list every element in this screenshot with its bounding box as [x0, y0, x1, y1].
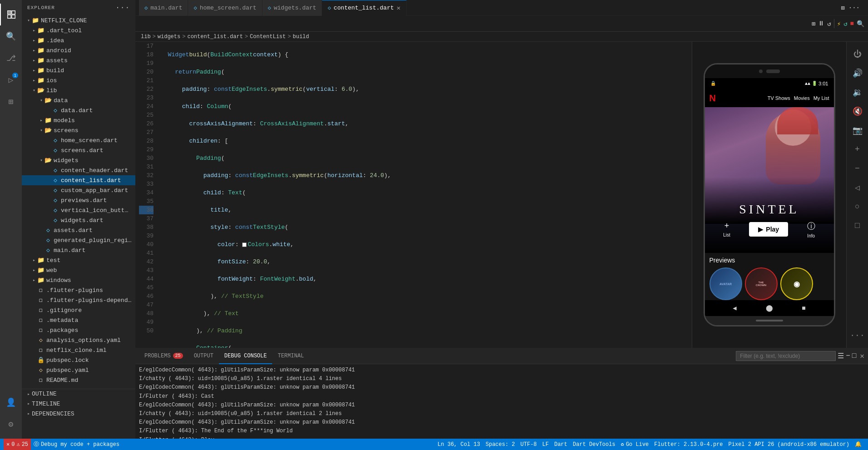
tree-item[interactable]: ▸ 📁 ios	[22, 75, 135, 85]
tree-item[interactable]: ▸ 📁 android	[22, 45, 135, 55]
tab-content-list[interactable]: ◇ content_list.dart ✕	[322, 0, 406, 16]
volume-high-icon[interactable]: 🔊	[849, 64, 866, 82]
tree-item[interactable]: ▸ ◻ netflix_clone.iml	[22, 345, 135, 355]
source-control-activity-icon[interactable]: ⎇	[0, 47, 22, 69]
tree-item[interactable]: ▸ ◇ home_screen.dart	[22, 135, 135, 145]
code-editor[interactable]: 1718192021 2223242526 2728293031 3233343…	[135, 42, 692, 348]
tree-item[interactable]: ▾ 📂 data	[22, 95, 135, 105]
tree-item[interactable]: ▸ 📁 test	[22, 255, 135, 265]
more-actions-icon[interactable]: ···	[848, 3, 861, 12]
breadcrumb-lib[interactable]: lib	[141, 34, 151, 40]
tree-item[interactable]: ▸ ◻ .metadata	[22, 315, 135, 325]
status-lang[interactable]: Dart	[551, 439, 570, 450]
tree-item-previews[interactable]: ▸ ◇ previews.dart	[22, 195, 135, 205]
outline-section[interactable]: ▸ OUTLINE	[22, 389, 135, 399]
explorer-activity-icon[interactable]	[0, 4, 22, 25]
sidebar-more-icon[interactable]: ···	[115, 4, 130, 12]
debug-pause-icon[interactable]: ⏸	[818, 20, 824, 27]
tab-main-dart[interactable]: ◇ main.dart	[139, 0, 188, 16]
phone-back-icon[interactable]: ◀	[733, 304, 736, 312]
dependencies-section[interactable]: ▸ DEPENDENCIES	[22, 409, 135, 419]
tree-item[interactable]: ▸ ◻ README.md	[22, 375, 135, 385]
account-activity-icon[interactable]: 👤	[0, 391, 22, 413]
debug-step-icon[interactable]: ↺	[827, 20, 831, 28]
power-icon[interactable]: ⏻	[849, 45, 866, 63]
status-devtools[interactable]: Dart DevTools	[570, 439, 618, 450]
tree-item[interactable]: ▸ 📁 .idea	[22, 35, 135, 45]
debug-search-icon[interactable]: 🔍	[857, 20, 864, 28]
tree-item[interactable]: ▸ ◻ .flutter-plugins-dependencies	[22, 295, 135, 305]
tree-item[interactable]: ▸ ◇ widgets.dart	[22, 215, 135, 225]
panel-minimize-icon[interactable]: −	[846, 352, 850, 360]
tree-item[interactable]: ▸ 🔒 pubspec.lock	[22, 355, 135, 365]
tree-item[interactable]: ▸ ◇ custom_app_bar.dart	[22, 185, 135, 195]
breadcrumb-widgets[interactable]: widgets	[158, 34, 180, 40]
problems-tab[interactable]: PROBLEMS 25	[139, 348, 188, 364]
nav-my-list[interactable]: My List	[813, 95, 829, 101]
circle-icon[interactable]: ○	[849, 198, 866, 215]
filter-list-icon[interactable]: ☰	[838, 351, 844, 361]
preview-show3[interactable]: ◉	[780, 267, 813, 300]
tree-item[interactable]: ▸ ◇ assets.dart	[22, 225, 135, 235]
tab-home-screen[interactable]: ◇ home_screen.dart	[188, 0, 262, 16]
volume-low-icon[interactable]: 🔉	[849, 84, 866, 101]
terminal-tab[interactable]: TERMINAL	[272, 348, 309, 364]
status-spaces[interactable]: Spaces: 2	[483, 439, 518, 450]
tree-item[interactable]: ▸ 📁 web	[22, 265, 135, 275]
debug-stop-icon[interactable]: ■	[850, 20, 854, 27]
split-editor-icon[interactable]: ⊞	[840, 3, 845, 13]
tree-item[interactable]: ▸ ◇ screens.dart	[22, 145, 135, 155]
zoom-out-icon[interactable]: −	[849, 160, 866, 177]
tab-widgets[interactable]: ◇ widgets.dart	[263, 0, 322, 16]
tree-item[interactable]: ▾ 📂 widgets	[22, 155, 135, 165]
status-errors-item[interactable]: ✕ 0 ⚠ 25	[4, 439, 31, 450]
nav-movies[interactable]: Movies	[794, 95, 810, 101]
square-icon[interactable]: □	[849, 217, 866, 234]
breadcrumb-class[interactable]: ContentList	[250, 34, 286, 40]
status-ln-col[interactable]: Ln 36, Col 13	[435, 439, 483, 450]
status-eol[interactable]: LF	[540, 439, 551, 450]
status-device[interactable]: Pixel 2 API 26 (android-x86 emulator)	[726, 439, 852, 450]
breadcrumb-method[interactable]: build	[293, 34, 309, 40]
search-activity-icon[interactable]: 🔍	[0, 25, 22, 47]
list-action-btn[interactable]: + List	[723, 221, 730, 237]
tree-item[interactable]: ▸ 📁 assets	[22, 55, 135, 65]
filter-input[interactable]	[736, 351, 836, 361]
tree-item[interactable]: ▸ ◻ .gitignore	[22, 305, 135, 315]
info-action-btn[interactable]: ⓘ Info	[807, 221, 815, 238]
status-golive[interactable]: ♻ Go Live	[618, 439, 652, 450]
timeline-section[interactable]: ▸ TIMELINE	[22, 399, 135, 409]
tree-item[interactable]: ▸ ◇ analysis_options.yaml	[22, 335, 135, 345]
tree-item[interactable]: ▸ ◇ pubspec.yaml	[22, 365, 135, 375]
code-content[interactable]: Widget build(BuildContext context) { ret…	[157, 42, 692, 348]
tree-item[interactable]: ▸ ◻ .flutter-plugins	[22, 285, 135, 295]
panel-close-btn[interactable]: ✕	[860, 351, 864, 361]
tree-item[interactable]: ▸ ◇ data.dart	[22, 105, 135, 115]
debug-console-tab[interactable]: DEBUG CONSOLE	[219, 348, 273, 364]
camera-icon[interactable]: 📷	[849, 122, 866, 139]
tree-item[interactable]: ▸ 📁 windows	[22, 275, 135, 285]
output-tab[interactable]: OUTPUT	[188, 348, 219, 364]
tree-item[interactable]: ▸ 📁 .dart_tool	[22, 25, 135, 35]
phone-square-icon[interactable]: ■	[802, 305, 805, 312]
status-encoding[interactable]: UTF-8	[518, 439, 540, 450]
preview-avatar[interactable]: AVATAR	[709, 267, 742, 300]
tree-item[interactable]: ▾ 📂 lib	[22, 85, 135, 95]
tree-item[interactable]: ▾ 📂 screens	[22, 125, 135, 135]
nav-tv-shows[interactable]: TV Shows	[768, 95, 790, 101]
debug-grid-icon[interactable]: ⊞	[812, 20, 815, 28]
tree-item-content-list[interactable]: ▸ ◇ content_list.dart	[22, 175, 135, 185]
tree-item[interactable]: ▸ ◇ generated_plugin_registrant....	[22, 235, 135, 245]
tree-item[interactable]: ▸ 📁 models	[22, 115, 135, 125]
extensions-activity-icon[interactable]: ⊞	[0, 91, 22, 113]
play-action-btn[interactable]: ▶ Play	[749, 222, 788, 237]
tree-item[interactable]: ▸ ◇ main.dart	[22, 245, 135, 255]
panel-maximize-icon[interactable]: □	[852, 352, 857, 360]
zoom-in-icon[interactable]: +	[849, 141, 866, 158]
tree-item[interactable]: ▸ 📁 build	[22, 65, 135, 75]
volume-mute-icon[interactable]: 🔇	[849, 103, 866, 120]
debug-status-item[interactable]: ⓪ Debug my code + packages	[31, 439, 122, 450]
status-flutter[interactable]: Flutter: 2.13.0-4.pre	[651, 439, 725, 450]
phone-home-icon[interactable]: ⬤	[766, 304, 773, 312]
rotate-left-icon[interactable]: ◁	[849, 179, 866, 196]
